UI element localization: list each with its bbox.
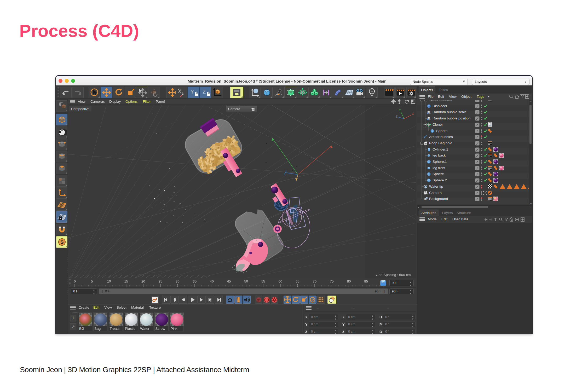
svg-text:5: 5 <box>91 279 93 283</box>
svg-text:45: 45 <box>227 279 231 283</box>
svg-text:85: 85 <box>364 279 368 283</box>
svg-text:X: X <box>178 88 181 94</box>
svg-text:P: P <box>312 298 314 302</box>
svg-text:10: 10 <box>107 279 111 283</box>
svg-text:80: 80 <box>347 279 351 283</box>
svg-text:90: 90 <box>381 279 385 283</box>
svg-text:20: 20 <box>141 279 145 283</box>
svg-text:0: 0 <box>74 279 76 283</box>
svg-text:35: 35 <box>193 279 197 283</box>
svg-text:15: 15 <box>124 279 128 283</box>
svg-text:X: X <box>412 112 414 116</box>
svg-text:30: 30 <box>176 279 179 283</box>
svg-text:Z: Z <box>203 89 206 95</box>
svg-text:S: S <box>60 239 64 245</box>
svg-text:70: 70 <box>313 279 316 283</box>
svg-text:75: 75 <box>330 279 333 283</box>
svg-text:Y: Y <box>399 108 401 112</box>
svg-text:60: 60 <box>279 279 282 283</box>
svg-text:50: 50 <box>244 279 248 283</box>
svg-text:Z: Z <box>396 115 397 118</box>
svg-text:65: 65 <box>296 279 299 283</box>
svg-text:Y: Y <box>191 89 194 95</box>
svg-text:55: 55 <box>261 279 265 283</box>
svg-text:40: 40 <box>210 279 214 283</box>
svg-text:25: 25 <box>159 279 162 283</box>
